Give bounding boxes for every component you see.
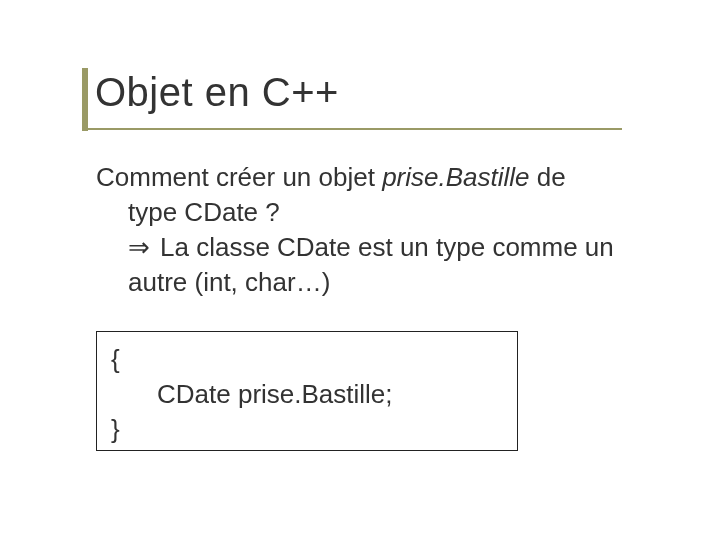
code-close-brace: }	[111, 412, 503, 447]
body-line-3: La classe CDate est un type comme un	[160, 230, 641, 265]
code-decl-type: CDate	[157, 379, 238, 409]
slide-title: Objet en C++	[95, 70, 339, 115]
arrow-icon: ⇒	[128, 230, 160, 265]
body-line-1c: de	[530, 162, 566, 192]
code-decl-ident: prise.Bastille	[238, 379, 385, 409]
body-line-1b-italic: prise.Bastille	[382, 162, 529, 192]
code-declaration: CDate prise.Bastille;	[111, 377, 503, 412]
slide: Objet en C++ Comment créer un objet pris…	[0, 0, 720, 540]
body-line-2: type CDate ?	[96, 195, 641, 230]
code-open-brace: {	[111, 342, 503, 377]
body-text: Comment créer un objet prise.Bastille de…	[96, 160, 641, 300]
code-decl-semi: ;	[385, 379, 392, 409]
title-accent-bar	[82, 68, 88, 131]
body-line-1a: Comment créer un objet	[96, 162, 382, 192]
body-line-1: Comment créer un objet prise.Bastille de	[96, 160, 641, 195]
title-underline	[82, 128, 622, 130]
body-arrow-line: ⇒ La classe CDate est un type comme un	[96, 230, 641, 265]
body-line-4: autre (int, char…)	[96, 265, 641, 300]
code-box: { CDate prise.Bastille; }	[96, 331, 518, 451]
